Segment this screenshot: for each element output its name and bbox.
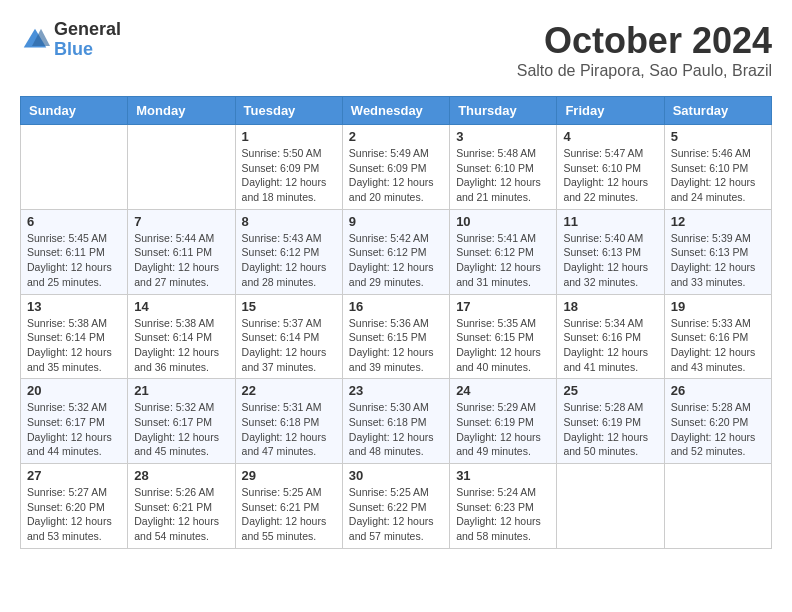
day-info: Sunrise: 5:40 AMSunset: 6:13 PMDaylight:…	[563, 231, 657, 290]
day-info: Sunrise: 5:32 AMSunset: 6:17 PMDaylight:…	[27, 400, 121, 459]
calendar-cell: 29Sunrise: 5:25 AMSunset: 6:21 PMDayligh…	[235, 464, 342, 549]
day-info: Sunrise: 5:36 AMSunset: 6:15 PMDaylight:…	[349, 316, 443, 375]
day-number: 9	[349, 214, 443, 229]
day-info: Sunrise: 5:47 AMSunset: 6:10 PMDaylight:…	[563, 146, 657, 205]
day-number: 1	[242, 129, 336, 144]
column-header-thursday: Thursday	[450, 97, 557, 125]
calendar-cell: 1Sunrise: 5:50 AMSunset: 6:09 PMDaylight…	[235, 125, 342, 210]
calendar-cell: 5Sunrise: 5:46 AMSunset: 6:10 PMDaylight…	[664, 125, 771, 210]
day-info: Sunrise: 5:32 AMSunset: 6:17 PMDaylight:…	[134, 400, 228, 459]
day-number: 20	[27, 383, 121, 398]
calendar-cell: 20Sunrise: 5:32 AMSunset: 6:17 PMDayligh…	[21, 379, 128, 464]
day-number: 17	[456, 299, 550, 314]
calendar-cell	[128, 125, 235, 210]
logo-general: General	[54, 20, 121, 40]
calendar-cell: 15Sunrise: 5:37 AMSunset: 6:14 PMDayligh…	[235, 294, 342, 379]
day-number: 19	[671, 299, 765, 314]
logo-text: General Blue	[54, 20, 121, 60]
calendar-cell: 26Sunrise: 5:28 AMSunset: 6:20 PMDayligh…	[664, 379, 771, 464]
title-section: October 2024 Salto de Pirapora, Sao Paul…	[517, 20, 772, 80]
calendar-cell: 2Sunrise: 5:49 AMSunset: 6:09 PMDaylight…	[342, 125, 449, 210]
calendar-cell: 19Sunrise: 5:33 AMSunset: 6:16 PMDayligh…	[664, 294, 771, 379]
calendar-cell: 13Sunrise: 5:38 AMSunset: 6:14 PMDayligh…	[21, 294, 128, 379]
location-title: Salto de Pirapora, Sao Paulo, Brazil	[517, 62, 772, 80]
day-info: Sunrise: 5:24 AMSunset: 6:23 PMDaylight:…	[456, 485, 550, 544]
calendar-cell: 14Sunrise: 5:38 AMSunset: 6:14 PMDayligh…	[128, 294, 235, 379]
calendar-cell: 23Sunrise: 5:30 AMSunset: 6:18 PMDayligh…	[342, 379, 449, 464]
day-info: Sunrise: 5:30 AMSunset: 6:18 PMDaylight:…	[349, 400, 443, 459]
week-row-5: 27Sunrise: 5:27 AMSunset: 6:20 PMDayligh…	[21, 464, 772, 549]
day-number: 29	[242, 468, 336, 483]
day-info: Sunrise: 5:50 AMSunset: 6:09 PMDaylight:…	[242, 146, 336, 205]
calendar-cell: 30Sunrise: 5:25 AMSunset: 6:22 PMDayligh…	[342, 464, 449, 549]
day-info: Sunrise: 5:44 AMSunset: 6:11 PMDaylight:…	[134, 231, 228, 290]
day-number: 10	[456, 214, 550, 229]
calendar-cell: 6Sunrise: 5:45 AMSunset: 6:11 PMDaylight…	[21, 209, 128, 294]
day-info: Sunrise: 5:28 AMSunset: 6:20 PMDaylight:…	[671, 400, 765, 459]
day-info: Sunrise: 5:42 AMSunset: 6:12 PMDaylight:…	[349, 231, 443, 290]
day-info: Sunrise: 5:38 AMSunset: 6:14 PMDaylight:…	[134, 316, 228, 375]
calendar-header-row: SundayMondayTuesdayWednesdayThursdayFrid…	[21, 97, 772, 125]
day-number: 4	[563, 129, 657, 144]
day-info: Sunrise: 5:25 AMSunset: 6:22 PMDaylight:…	[349, 485, 443, 544]
calendar-cell: 21Sunrise: 5:32 AMSunset: 6:17 PMDayligh…	[128, 379, 235, 464]
day-number: 30	[349, 468, 443, 483]
day-info: Sunrise: 5:29 AMSunset: 6:19 PMDaylight:…	[456, 400, 550, 459]
day-info: Sunrise: 5:37 AMSunset: 6:14 PMDaylight:…	[242, 316, 336, 375]
day-number: 5	[671, 129, 765, 144]
day-info: Sunrise: 5:46 AMSunset: 6:10 PMDaylight:…	[671, 146, 765, 205]
calendar-table: SundayMondayTuesdayWednesdayThursdayFrid…	[20, 96, 772, 549]
day-number: 7	[134, 214, 228, 229]
column-header-monday: Monday	[128, 97, 235, 125]
day-number: 12	[671, 214, 765, 229]
day-info: Sunrise: 5:26 AMSunset: 6:21 PMDaylight:…	[134, 485, 228, 544]
day-number: 26	[671, 383, 765, 398]
day-info: Sunrise: 5:34 AMSunset: 6:16 PMDaylight:…	[563, 316, 657, 375]
calendar-cell	[664, 464, 771, 549]
calendar-cell: 12Sunrise: 5:39 AMSunset: 6:13 PMDayligh…	[664, 209, 771, 294]
week-row-3: 13Sunrise: 5:38 AMSunset: 6:14 PMDayligh…	[21, 294, 772, 379]
calendar-cell: 10Sunrise: 5:41 AMSunset: 6:12 PMDayligh…	[450, 209, 557, 294]
column-header-wednesday: Wednesday	[342, 97, 449, 125]
calendar-cell	[21, 125, 128, 210]
day-number: 15	[242, 299, 336, 314]
calendar-cell: 4Sunrise: 5:47 AMSunset: 6:10 PMDaylight…	[557, 125, 664, 210]
day-number: 8	[242, 214, 336, 229]
day-number: 23	[349, 383, 443, 398]
column-header-sunday: Sunday	[21, 97, 128, 125]
calendar-cell: 31Sunrise: 5:24 AMSunset: 6:23 PMDayligh…	[450, 464, 557, 549]
day-number: 28	[134, 468, 228, 483]
calendar-cell: 28Sunrise: 5:26 AMSunset: 6:21 PMDayligh…	[128, 464, 235, 549]
day-info: Sunrise: 5:43 AMSunset: 6:12 PMDaylight:…	[242, 231, 336, 290]
day-info: Sunrise: 5:31 AMSunset: 6:18 PMDaylight:…	[242, 400, 336, 459]
calendar-cell: 9Sunrise: 5:42 AMSunset: 6:12 PMDaylight…	[342, 209, 449, 294]
logo-blue: Blue	[54, 40, 121, 60]
calendar-cell: 11Sunrise: 5:40 AMSunset: 6:13 PMDayligh…	[557, 209, 664, 294]
calendar-cell: 24Sunrise: 5:29 AMSunset: 6:19 PMDayligh…	[450, 379, 557, 464]
column-header-saturday: Saturday	[664, 97, 771, 125]
week-row-2: 6Sunrise: 5:45 AMSunset: 6:11 PMDaylight…	[21, 209, 772, 294]
day-number: 11	[563, 214, 657, 229]
day-info: Sunrise: 5:48 AMSunset: 6:10 PMDaylight:…	[456, 146, 550, 205]
column-header-tuesday: Tuesday	[235, 97, 342, 125]
day-info: Sunrise: 5:25 AMSunset: 6:21 PMDaylight:…	[242, 485, 336, 544]
day-info: Sunrise: 5:27 AMSunset: 6:20 PMDaylight:…	[27, 485, 121, 544]
day-info: Sunrise: 5:28 AMSunset: 6:19 PMDaylight:…	[563, 400, 657, 459]
week-row-1: 1Sunrise: 5:50 AMSunset: 6:09 PMDaylight…	[21, 125, 772, 210]
calendar-cell	[557, 464, 664, 549]
calendar-cell: 22Sunrise: 5:31 AMSunset: 6:18 PMDayligh…	[235, 379, 342, 464]
day-info: Sunrise: 5:45 AMSunset: 6:11 PMDaylight:…	[27, 231, 121, 290]
day-number: 13	[27, 299, 121, 314]
page-header: General Blue October 2024 Salto de Pirap…	[20, 20, 772, 80]
day-number: 21	[134, 383, 228, 398]
day-number: 6	[27, 214, 121, 229]
day-number: 3	[456, 129, 550, 144]
month-title: October 2024	[517, 20, 772, 62]
day-number: 22	[242, 383, 336, 398]
day-number: 2	[349, 129, 443, 144]
day-info: Sunrise: 5:49 AMSunset: 6:09 PMDaylight:…	[349, 146, 443, 205]
logo-icon	[20, 25, 50, 55]
day-number: 25	[563, 383, 657, 398]
calendar-cell: 17Sunrise: 5:35 AMSunset: 6:15 PMDayligh…	[450, 294, 557, 379]
calendar-cell: 3Sunrise: 5:48 AMSunset: 6:10 PMDaylight…	[450, 125, 557, 210]
